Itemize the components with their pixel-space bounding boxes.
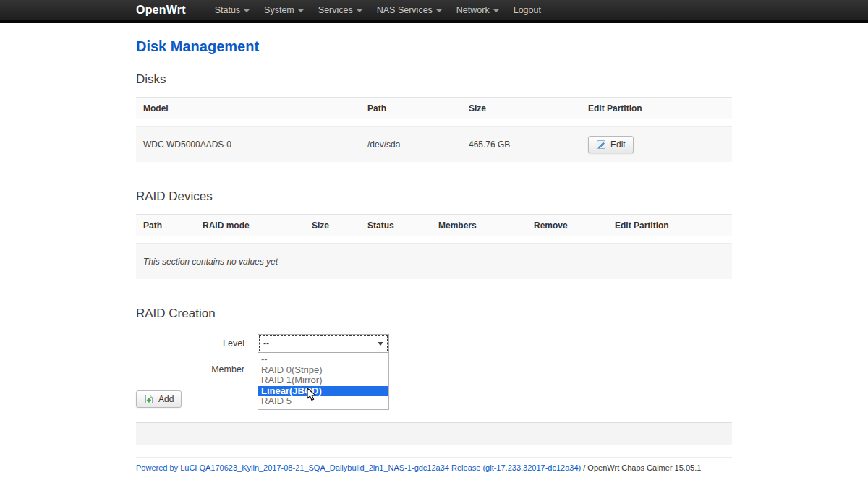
column-header-raid-mode: RAID mode	[195, 221, 305, 231]
dropdown-option-none[interactable]: --	[258, 354, 388, 365]
nav-item-label: NAS Services	[377, 5, 433, 15]
select-arrow-icon	[378, 342, 383, 346]
level-form-row: Level -- -- RAID 0(Stripe) RAID 1(Mirror…	[136, 334, 732, 353]
add-button[interactable]: Add	[136, 390, 182, 408]
column-header-edit-partition: Edit Partition	[608, 221, 732, 231]
raid-creation-section: RAID Creation Level -- -- RAID 0(Stripe)…	[136, 307, 732, 408]
page-title: Disk Management	[136, 38, 732, 55]
column-header-size: Size	[305, 221, 360, 231]
edit-partition-button[interactable]: Edit	[588, 136, 634, 153]
disks-heading: Disks	[136, 72, 732, 87]
add-button-label: Add	[158, 394, 174, 404]
nav-item-status[interactable]: Status	[208, 0, 257, 20]
column-header-remove: Remove	[527, 221, 608, 231]
disk-table-row: WDC WD5000AADS-0 /dev/sda 465.76 GB Edit	[136, 126, 732, 162]
top-navbar: OpenWrt Status System Services NAS Servi…	[0, 0, 868, 23]
edit-button-label: Edit	[610, 140, 626, 150]
level-label: Level	[136, 338, 258, 348]
caret-down-icon	[493, 9, 499, 12]
raid-creation-heading: RAID Creation	[136, 307, 732, 321]
nav-item-label: Status	[215, 5, 240, 15]
dropdown-option-raid1[interactable]: RAID 1(Mirror)	[258, 375, 388, 386]
raid-devices-section: RAID Devices Path RAID mode Size Status …	[136, 189, 732, 279]
raid-devices-heading: RAID Devices	[136, 189, 732, 204]
dropdown-option-linear-jbod[interactable]: Linear(JBOD)	[258, 386, 388, 397]
disk-size-cell: 465.76 GB	[461, 140, 581, 150]
caret-down-icon	[298, 9, 304, 12]
empty-section-text: This section contains no values yet	[136, 257, 278, 267]
select-value: --	[263, 338, 269, 348]
column-header-path: Path	[136, 221, 195, 231]
raid-level-select[interactable]: --	[258, 334, 389, 353]
nav-item-label: Network	[456, 5, 490, 15]
nav-item-label: System	[264, 5, 294, 15]
openwrt-brand[interactable]: OpenWrt	[136, 4, 186, 17]
nav-item-label: Services	[318, 5, 353, 15]
nav-item-services[interactable]: Services	[311, 0, 370, 20]
add-icon	[144, 394, 154, 404]
dropdown-option-raid0[interactable]: RAID 0(Stripe)	[258, 365, 388, 376]
raid-empty-row: This section contains no values yet	[136, 243, 732, 279]
disk-path-cell: /dev/sda	[360, 140, 461, 150]
caret-down-icon	[357, 9, 362, 12]
nav-item-network[interactable]: Network	[449, 0, 506, 20]
raid-level-dropdown: -- RAID 0(Stripe) RAID 1(Mirror) Linear(…	[258, 353, 389, 410]
nav-item-label: Logout	[514, 5, 541, 15]
member-form-row: Member	[136, 364, 732, 374]
column-header-size: Size	[461, 103, 581, 114]
column-header-model: Model	[136, 103, 360, 114]
nav-item-logout[interactable]: Logout	[506, 0, 548, 20]
footer-suffix-text: / OpenWrt Chaos Calmer 15.05.1	[581, 463, 701, 472]
disks-table-header: Model Path Size Edit Partition	[136, 97, 732, 119]
edit-icon	[596, 140, 606, 150]
dropdown-option-raid5[interactable]: RAID 5	[258, 396, 388, 407]
column-header-edit-partition: Edit Partition	[581, 103, 732, 114]
column-header-members: Members	[431, 221, 527, 231]
page-footer: Powered by LuCI QA170623_Kylin_2017-08-2…	[136, 457, 732, 481]
disk-edit-cell: Edit	[581, 136, 732, 153]
disk-model-cell: WDC WD5000AADS-0	[136, 140, 360, 150]
caret-down-icon	[436, 9, 442, 12]
disks-section: Disks Model Path Size Edit Partition WDC…	[136, 72, 732, 162]
column-header-status: Status	[360, 221, 431, 231]
nav-item-nas-services[interactable]: NAS Services	[370, 0, 449, 20]
raid-table-header: Path RAID mode Size Status Members Remov…	[136, 214, 732, 236]
nav-item-system[interactable]: System	[257, 0, 311, 20]
member-label: Member	[136, 364, 258, 374]
caret-down-icon	[244, 9, 250, 12]
luci-version-link[interactable]: Powered by LuCI QA170623_Kylin_2017-08-2…	[136, 463, 581, 472]
column-header-path: Path	[360, 103, 461, 114]
page-actions-bar	[136, 422, 732, 445]
